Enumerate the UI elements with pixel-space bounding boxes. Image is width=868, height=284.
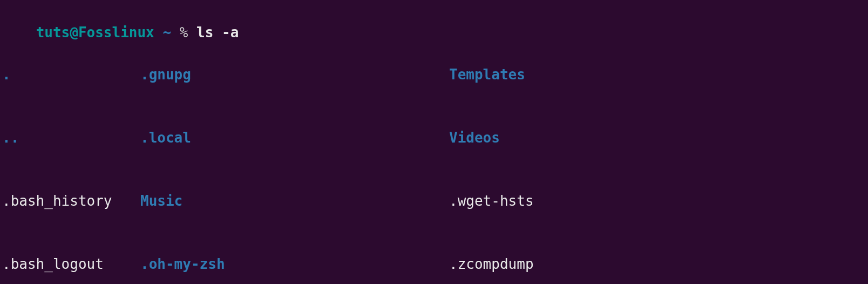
list-item: .local bbox=[140, 127, 449, 148]
ls-output: . .. .bash_history .bash_logout .bashrc … bbox=[2, 22, 866, 284]
list-item: .zcompdump bbox=[449, 254, 866, 275]
list-item: Music bbox=[140, 191, 449, 212]
list-item: .gnupg bbox=[140, 64, 449, 85]
list-item: . bbox=[2, 64, 140, 85]
list-item: .oh-my-zsh bbox=[140, 254, 449, 275]
listing-column-3: Templates Videos .wget-hsts .zcompdump .… bbox=[449, 22, 866, 284]
prompt-line-1: tuts@Fosslinux ~ % ls -a bbox=[2, 1, 866, 22]
listing-column-1: . .. .bash_history .bash_logout .bashrc … bbox=[2, 22, 140, 284]
listing-column-2: .gnupg .local Music .oh-my-zsh Pictures … bbox=[140, 22, 449, 284]
list-item: .bash_logout bbox=[2, 254, 140, 275]
list-item: .. bbox=[2, 127, 140, 148]
list-item: .wget-hsts bbox=[449, 191, 866, 212]
list-item: .bash_history bbox=[2, 191, 140, 212]
terminal-window[interactable]: tuts@Fosslinux ~ % ls -a . .. .bash_hist… bbox=[0, 0, 868, 284]
list-item: Videos bbox=[449, 127, 866, 148]
list-item: Templates bbox=[449, 64, 866, 85]
